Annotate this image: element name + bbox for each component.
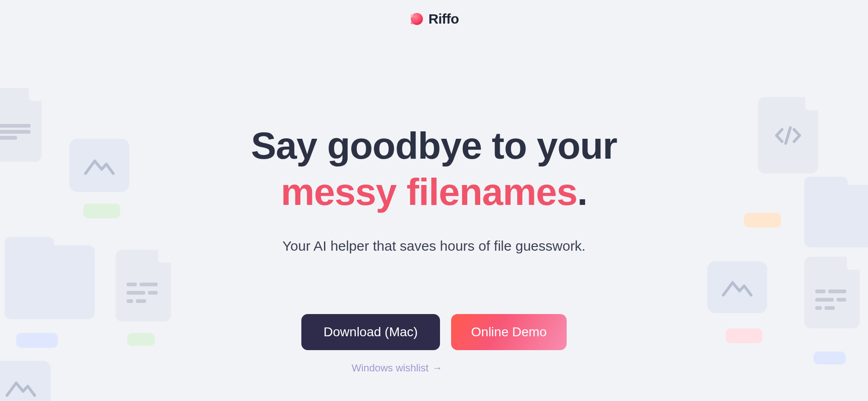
wishlist-label: Windows wishlist <box>352 362 428 374</box>
logo-icon <box>409 12 424 26</box>
hero-headline-text: Say goodbye to your <box>251 124 617 167</box>
brand-name: Riffo <box>428 11 459 27</box>
hero-subtitle: Your AI helper that saves hours of file … <box>0 238 868 254</box>
header: Riffo <box>0 0 868 27</box>
windows-wishlist-link[interactable]: Windows wishlist → <box>352 362 442 374</box>
cta-row: Download (Mac) Online Demo <box>0 314 868 350</box>
hero-headline-period: . <box>577 171 587 213</box>
online-demo-button[interactable]: Online Demo <box>451 314 567 350</box>
hero-section: Say goodbye to your messy filenames. You… <box>0 123 868 374</box>
hero-headline-accent: messy filenames <box>281 171 577 213</box>
hero-headline: Say goodbye to your messy filenames. <box>0 123 868 215</box>
arrow-right-icon: → <box>432 362 442 374</box>
svg-point-3 <box>411 22 413 25</box>
download-button[interactable]: Download (Mac) <box>301 314 440 350</box>
svg-point-2 <box>410 14 413 17</box>
